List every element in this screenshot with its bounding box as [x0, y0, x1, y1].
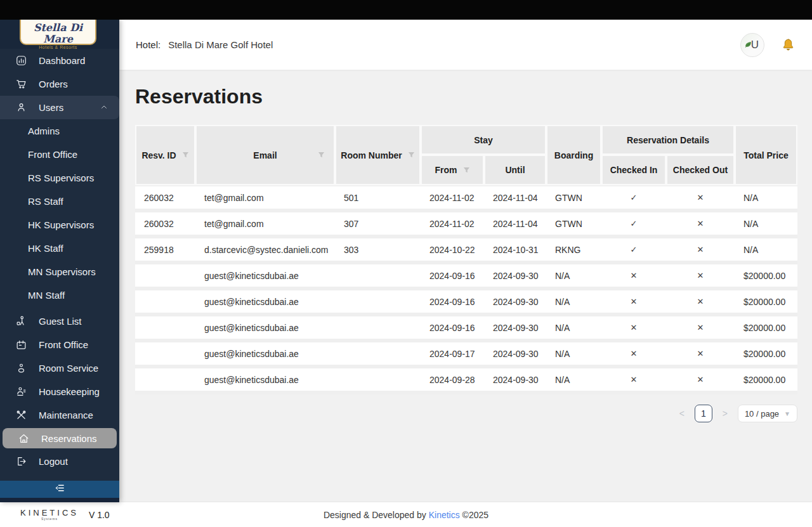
cell-from: 2024-09-16: [421, 323, 484, 333]
content-area: Reservations Resv. ID Email Room Number: [119, 70, 812, 502]
cell-total-price: $20000.00: [735, 323, 797, 333]
column-label: Checked In: [610, 165, 658, 175]
sidebar-item-guest-list[interactable]: Guest List: [0, 309, 119, 333]
sidebar-item-maintenance[interactable]: Maintenance: [0, 403, 119, 427]
sidebar-item-room-service[interactable]: Room Service: [0, 356, 119, 380]
cell-checked-out-mark: ✕: [666, 193, 735, 202]
cell-boarding: N/A: [546, 323, 601, 333]
table-row: guest@kineticsdubai.ae 2024-09-28 2024-0…: [135, 368, 797, 394]
column-header-until: Until: [484, 155, 546, 185]
column-group-stay: Stay: [421, 125, 546, 155]
sidebar-item-label: Maintenance: [39, 410, 93, 420]
sidebar-item-hk-staff[interactable]: HK Staff: [0, 237, 119, 260]
kinetics-link[interactable]: Kinetics: [429, 510, 460, 520]
page-title: Reservations: [135, 84, 799, 109]
column-label: Email: [253, 150, 277, 160]
cell-resv-id: 259918: [135, 245, 195, 255]
cell-checked-in-mark: ✕: [601, 271, 666, 280]
filter-icon[interactable]: [408, 152, 415, 159]
cell-boarding: N/A: [546, 297, 601, 307]
pagination-prev-button[interactable]: <: [676, 408, 688, 419]
sidebar-item-mn-staff[interactable]: MN Staff: [0, 283, 119, 307]
sidebar-item-orders[interactable]: Orders: [0, 72, 119, 96]
kinetics-logo: KINETICS Systems: [20, 509, 79, 521]
filter-icon[interactable]: [182, 152, 189, 159]
avatar-leaf-icon: [744, 40, 752, 51]
sidebar-item-dashboard[interactable]: Dashboard: [0, 49, 119, 72]
sidebar-item-label: MN Staff: [28, 290, 65, 301]
sidebar-item-label: Admins: [28, 126, 60, 136]
cell-checked-in-mark: ✓: [601, 219, 666, 228]
cell-resv-id: 260032: [135, 219, 195, 229]
column-header-from: From: [421, 155, 484, 185]
cell-email: guest@kineticsdubai.ae: [195, 323, 335, 333]
column-label: Boarding: [554, 150, 593, 160]
cell-checked-out-mark: ✕: [666, 349, 735, 358]
sidebar-item-reservations[interactable]: Reservations: [3, 428, 117, 448]
top-header: Hotel: Stella Di Mare Golf Hotel U: [119, 20, 812, 70]
sidebar-item-hk-supervisors[interactable]: HK Supervisors: [0, 213, 119, 237]
brand-name: KINETICS: [20, 509, 79, 517]
cell-email: guest@kineticsdubai.ae: [195, 349, 335, 359]
column-header-checked-in: Checked In: [601, 155, 666, 185]
sidebar-item-label: Front Office: [39, 339, 88, 350]
sidebar-item-rs-staff[interactable]: RS Staff: [0, 190, 119, 213]
sidebar-item-housekeeping[interactable]: Housekeeping: [0, 380, 119, 403]
column-header-room-number: Room Number: [335, 125, 421, 185]
credit-suffix: ©2025: [462, 510, 488, 520]
cell-checked-in-mark: ✓: [601, 245, 666, 254]
table-row: guest@kineticsdubai.ae 2024-09-17 2024-0…: [135, 342, 797, 368]
sidebar-item-mn-supervisors[interactable]: MN Supervisors: [0, 260, 119, 283]
cell-until: 2024-09-30: [484, 271, 546, 281]
column-label: Resv. ID: [141, 150, 176, 160]
sidebar-item-label: Users: [39, 102, 63, 113]
cell-resv-id: 260032: [135, 193, 195, 203]
hotel-logo: Stella Di Mare Hotels & Resorts: [20, 20, 96, 45]
column-label: Checked Out: [673, 165, 728, 175]
cell-checked-in-mark: ✕: [601, 297, 666, 306]
sidebar-item-label: Guest List: [39, 316, 82, 327]
chevron-down-icon: ▼: [784, 410, 790, 417]
sidebar-item-logout[interactable]: Logout: [0, 450, 119, 473]
sidebar-item-users[interactable]: Users: [0, 96, 119, 119]
sidebar-item-front-office-users[interactable]: Front Office: [0, 143, 119, 166]
cell-email: guest@kineticsdubai.ae: [195, 375, 335, 385]
logo-subtitle: Hotels & Resorts: [21, 45, 95, 49]
pagination-page-1[interactable]: 1: [695, 405, 712, 422]
column-header-checked-out: Checked Out: [666, 155, 735, 185]
cell-total-price: $20000.00: [735, 375, 797, 385]
credit-line: Designed & Developed by Kinetics ©2025: [324, 510, 488, 520]
cell-from: 2024-09-17: [421, 349, 484, 359]
column-label: Room Number: [341, 150, 402, 160]
cell-email: guest@kineticsdubai.ae: [195, 297, 335, 307]
users-submenu: Admins Front Office RS Supervisors RS St…: [0, 119, 119, 307]
credit-prefix: Designed & Developed by: [324, 510, 426, 520]
sidebar-item-rs-supervisors[interactable]: RS Supervisors: [0, 166, 119, 190]
guest-list-icon: [15, 315, 27, 327]
table-row: guest@kineticsdubai.ae 2024-09-16 2024-0…: [135, 264, 797, 290]
sidebar-item-label: Room Service: [39, 363, 98, 374]
notification-bell-icon[interactable]: [781, 37, 796, 52]
page-size-value: 10 / page: [745, 409, 779, 419]
hotel-name: Stella Di Mare Golf Hotel: [168, 39, 273, 50]
maintenance-icon: [15, 409, 27, 421]
sidebar-collapse-button[interactable]: [0, 481, 119, 498]
cell-total-price: $20000.00: [735, 349, 797, 359]
cell-checked-out-mark: ✕: [666, 245, 735, 254]
cell-until: 2024-11-04: [484, 219, 546, 229]
cell-checked-out-mark: ✕: [666, 323, 735, 332]
sidebar-item-front-office[interactable]: Front Office: [0, 333, 119, 356]
cell-from: 2024-10-22: [421, 245, 484, 255]
cell-checked-out-mark: ✕: [666, 219, 735, 228]
menu-fold-icon: [55, 483, 65, 496]
filter-icon[interactable]: [318, 152, 325, 159]
filter-icon[interactable]: [463, 167, 470, 174]
sidebar-item-admins[interactable]: Admins: [0, 119, 119, 143]
sidebar-item-label: Dashboard: [39, 55, 85, 66]
page-size-select[interactable]: 10 / page ▼: [738, 405, 797, 422]
cell-checked-in-mark: ✓: [601, 193, 666, 202]
page-footer: KINETICS Systems V 1.0 Designed & Develo…: [0, 502, 812, 527]
pagination-next-button[interactable]: >: [719, 408, 731, 419]
logo-block: Stella Di Mare Hotels & Resorts: [0, 20, 119, 49]
user-avatar[interactable]: U: [740, 33, 764, 57]
